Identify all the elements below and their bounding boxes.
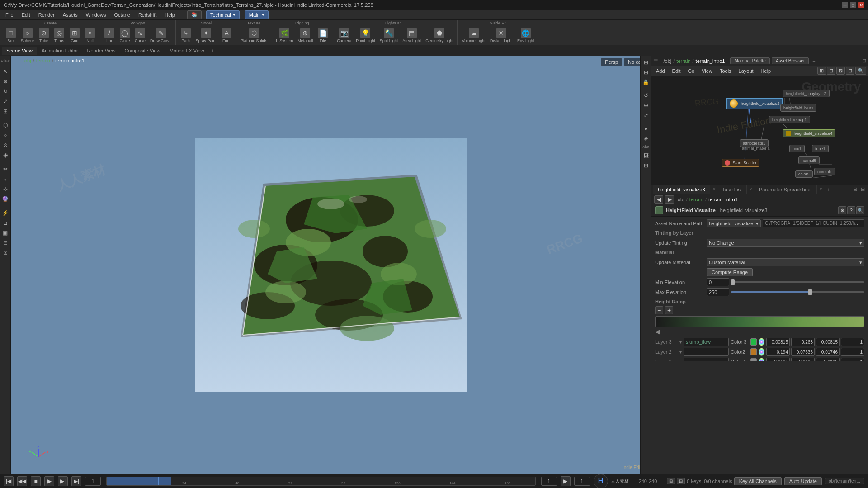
play-forward-2-btn[interactable]: ▶ — [561, 476, 571, 486]
ng-icon-2[interactable]: ⊟ — [827, 67, 835, 75]
rp-collapse-btn[interactable]: ≡ — [653, 56, 658, 66]
layer-3-color-swatch[interactable] — [750, 338, 757, 346]
play-step-fwd-btn[interactable]: ▶| — [58, 476, 68, 486]
node-heightfield-visualize4[interactable]: heightfield_visualize4 — [783, 129, 835, 137]
vp-right-btn-10[interactable]: ⊞ — [642, 161, 651, 170]
layer-2-val-2[interactable] — [791, 348, 815, 356]
pointlight-tool[interactable]: 💡Point Light — [354, 27, 377, 44]
perspective-button[interactable]: Persp — [601, 58, 622, 66]
param-tab-icon-1[interactable]: ⊞ — [852, 186, 859, 193]
param-max-elev-slider[interactable] — [731, 291, 864, 293]
asset-browser-tab[interactable]: Asset Browser — [772, 57, 809, 64]
vp-right-btn-9[interactable]: 🖼 — [642, 151, 651, 160]
left-move-tool[interactable]: ⊕ — [1, 77, 10, 86]
layer-1-color-swatch[interactable] — [750, 358, 757, 361]
spraypaint-tool[interactable]: ✦Spray Paint — [194, 27, 219, 44]
tube-tool[interactable]: ⊙Tube — [37, 27, 51, 44]
ng-icon-3[interactable]: ⊠ — [836, 67, 845, 75]
vp-bc-scene[interactable]: terrain_intro1 — [55, 58, 85, 63]
left-tool-l[interactable]: ⊟ — [1, 238, 10, 247]
left-tool-j[interactable]: ⊿ — [1, 218, 10, 227]
geolight-tool[interactable]: ⬟Geometry Light — [424, 27, 455, 44]
play-end-btn[interactable]: ▶| — [71, 476, 81, 486]
font-tool[interactable]: AFont — [219, 27, 234, 44]
ramp-plus-btn[interactable]: + — [665, 306, 673, 314]
node-heightfield-copylayer2[interactable]: heightfield_copylayer2 — [783, 90, 830, 97]
curve-tool[interactable]: ∿Curve — [133, 27, 147, 44]
close-button[interactable]: ✕ — [858, 2, 864, 8]
vp-right-btn-4[interactable]: ↺ — [642, 91, 651, 100]
ng-tools-btn[interactable]: Tools — [717, 68, 734, 74]
left-tool-f[interactable]: ⬦ — [1, 175, 10, 184]
param-tab-add[interactable]: + — [825, 185, 833, 194]
ng-search[interactable]: 🔍 — [855, 67, 866, 75]
ng-add-btn[interactable]: Add — [653, 68, 668, 74]
main-dropdown[interactable]: Main ▾ — [245, 10, 269, 19]
left-transform-tool[interactable]: ⊞ — [1, 107, 10, 116]
vp-bc-obj[interactable]: obj — [24, 58, 31, 63]
param-tab-takelist[interactable]: Take List — [718, 185, 747, 194]
frame-end-input[interactable] — [574, 477, 590, 486]
node-tube1[interactable]: tube1 — [812, 145, 829, 152]
param-nav-right[interactable]: ▶ — [665, 195, 674, 204]
left-tool-m[interactable]: ⊠ — [1, 248, 10, 257]
arealight-tool[interactable]: ▦Area Light — [401, 27, 423, 44]
play-forward-btn[interactable]: ▶ — [44, 476, 54, 486]
vp-right-btn-2[interactable]: ⊟ — [642, 68, 651, 77]
layer-1-name-input[interactable] — [684, 358, 729, 361]
tab-add[interactable]: + — [209, 47, 217, 55]
rp-bc-obj[interactable]: /obj — [664, 58, 672, 64]
menu-render[interactable]: Render — [35, 11, 58, 19]
current-frame-input[interactable] — [85, 477, 101, 486]
compute-range-button[interactable]: Compute Range — [707, 268, 753, 276]
null-tool[interactable]: ✦Null — [83, 27, 97, 44]
left-tool-i[interactable]: ⚡ — [1, 208, 10, 218]
volumelight-tool[interactable]: ☁Volume Light — [460, 27, 487, 44]
layer-2-color-swatch[interactable] — [750, 348, 757, 355]
param-update-material-dropdown[interactable]: Custom Material ▾ — [707, 258, 864, 266]
menu-windows[interactable]: Windows — [82, 11, 110, 19]
param-gear-btn[interactable]: ⚙ — [838, 206, 846, 214]
vp-right-btn-8[interactable]: ◈ — [642, 134, 651, 143]
layer-3-val-2[interactable] — [791, 338, 815, 346]
lsystem-tool[interactable]: 🌿L-System — [274, 27, 295, 44]
param-tab-spreadsheet[interactable]: Parameter Spreadsheet — [755, 185, 817, 194]
vp-right-btn-6[interactable]: ⤢ — [642, 111, 651, 120]
menu-edit[interactable]: Edit — [18, 11, 34, 19]
technical-dropdown[interactable]: Technical ▾ — [206, 10, 240, 19]
left-tool-g[interactable]: ⊹ — [1, 185, 10, 194]
param-min-elev-input[interactable] — [707, 278, 729, 286]
vp-right-btn-7[interactable]: ● — [642, 124, 651, 133]
pb-obj[interactable]: obj — [678, 197, 684, 202]
param-tab-icon-2[interactable]: ⊟ — [859, 186, 866, 193]
frame-start-input[interactable] — [541, 477, 557, 486]
node-heightfield-blur3[interactable]: heightfield_blur3 — [780, 104, 816, 112]
maximize-button[interactable]: □ — [850, 2, 856, 8]
menu-file[interactable]: File — [2, 11, 17, 19]
layer-2-val-3[interactable] — [816, 348, 840, 356]
ramp-gradient[interactable] — [655, 316, 864, 327]
layer-3-val-1[interactable] — [766, 338, 790, 346]
layer-3-arrow[interactable]: ▾ — [679, 340, 682, 345]
param-max-elev-thumb[interactable] — [808, 289, 812, 295]
stop-btn[interactable]: ■ — [31, 476, 41, 486]
rp-add-tab[interactable]: + — [811, 58, 817, 64]
left-tool-b[interactable]: ○ — [1, 131, 10, 140]
layer-2-arrow[interactable]: ▾ — [679, 350, 682, 355]
sphere-tool[interactable]: ○Sphere — [19, 27, 36, 44]
vp-bc-terrain[interactable]: terrain — [36, 58, 50, 63]
path-tool[interactable]: ⤷Path — [179, 27, 193, 44]
param-help-btn[interactable]: ? — [847, 206, 855, 214]
platonicsolids-tool[interactable]: ⬡Platonic Solids — [239, 27, 269, 44]
tab-motion-fx[interactable]: Motion FX View — [165, 47, 209, 55]
key-all-btn[interactable]: Key All Channels — [734, 477, 782, 485]
distantlight-tool[interactable]: ☀Distant Light — [488, 27, 514, 44]
layer-3-val-3[interactable] — [816, 338, 840, 346]
menu-help[interactable]: Help — [161, 11, 179, 19]
menu-assets[interactable]: Assets — [59, 11, 81, 19]
shelf-icon[interactable]: 📚 — [187, 10, 202, 19]
layer-2-color-picker[interactable] — [759, 348, 764, 356]
layer-1-arrow[interactable]: ▾ — [679, 360, 682, 362]
tab-animation-editor[interactable]: Animation Editor — [37, 47, 83, 55]
rp-expand-btn[interactable]: ⊞ — [862, 58, 866, 64]
